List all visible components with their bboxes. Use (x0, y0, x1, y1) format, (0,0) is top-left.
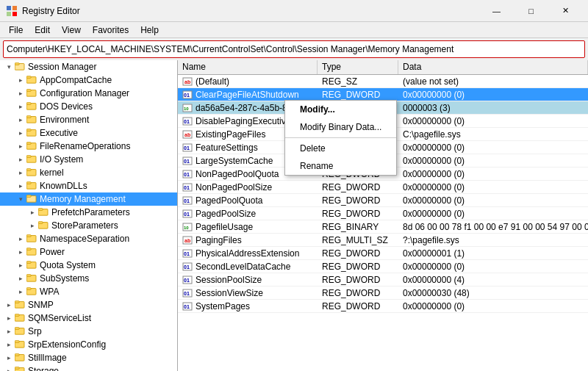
svg-rect-31 (26, 234, 31, 237)
cell-name: 01SessionPoolSize (178, 274, 318, 286)
table-row[interactable]: 01PagedPoolQuotaREG_DWORD0x00000000 (0) (178, 194, 588, 207)
tree-item-srp[interactable]: ▸Srp (0, 325, 177, 338)
tree-item-storeparameters[interactable]: ▸StoreParameters (0, 219, 177, 232)
tree-item-executive[interactable]: ▸Executive (0, 126, 177, 140)
context-menu-item-rename[interactable]: Rename (285, 157, 396, 175)
svg-rect-45 (15, 327, 19, 329)
tree-expander-icon: ▸ (3, 352, 15, 364)
folder-icon (26, 101, 37, 112)
tree-item-filerenameoperations[interactable]: ▸FileRenameOperations (0, 140, 177, 153)
table-row[interactable]: 01PhysicalAddressExtensionREG_DWORD0x000… (178, 247, 588, 260)
app-icon (6, 5, 18, 17)
svg-text:01: 01 (184, 93, 190, 98)
title-bar: Registry Editor — □ ✕ (0, 0, 588, 22)
context-menu-item-delete[interactable]: Delete (285, 140, 396, 157)
table-row[interactable]: 01SecondLevelDataCacheREG_DWORD0x0000000… (178, 260, 588, 273)
tree-item-i-o-system[interactable]: ▸I/O System (0, 153, 177, 166)
cell-name: 01PhysicalAddressExtension (178, 248, 318, 259)
cell-type: REG_MULTI_SZ (318, 234, 398, 246)
menu-file[interactable]: File (3, 24, 29, 37)
tree-item-appcompatcache[interactable]: ▸AppCompatCache (0, 73, 177, 87)
menu-favorites[interactable]: Favorites (87, 24, 135, 37)
cell-data: 0x00000000 (0) (398, 168, 588, 180)
folder-icon (38, 207, 49, 218)
tree-item-kernel[interactable]: ▸kernel (0, 166, 177, 179)
svg-rect-5 (15, 62, 19, 65)
tree-item-prefetchparameters[interactable]: ▸PrefetchParameters (0, 206, 177, 219)
tree-item-label: FileRenameOperations (40, 141, 130, 151)
table-row[interactable]: 01SystemPagesREG_DWORD0x00000000 (0) (178, 300, 588, 313)
tree-item-configuration-manager[interactable]: ▸Configuration Manager (0, 87, 177, 100)
tree-item-stillimage[interactable]: ▸StillImage (0, 351, 177, 364)
maximize-button[interactable]: □ (514, 0, 548, 22)
svg-rect-27 (38, 208, 43, 210)
folder-icon (15, 366, 25, 372)
tree-item-subsystems[interactable]: ▸SubSystems (0, 272, 177, 285)
tree-item-environment[interactable]: ▸Environment (0, 113, 177, 126)
tree-expander-icon: ▸ (3, 339, 15, 350)
context-menu: Modify...Modify Binary Data...DeleteRena… (284, 100, 397, 176)
folder-icon (26, 88, 37, 99)
cell-name: abPagingFiles (178, 234, 318, 246)
table-row[interactable]: 01NonPagedPoolSizeREG_DWORD0x00000000 (0… (178, 181, 588, 194)
tree-item-storage[interactable]: ▸Storage (0, 364, 177, 371)
tree-expander-icon: ▸ (26, 206, 38, 218)
cell-data: 0x00000000 (0) (398, 142, 588, 154)
menu-view[interactable]: View (56, 24, 87, 37)
svg-rect-29 (38, 221, 43, 223)
tree-item-srpextensionconfig[interactable]: ▸SrpExtensionConfig (0, 338, 177, 351)
cell-name: 01SessionViewSize (178, 287, 318, 299)
column-type: Type (318, 60, 398, 74)
svg-text:01: 01 (184, 159, 190, 164)
tree-item-wpa[interactable]: ▸WPA (0, 285, 177, 298)
menu-edit[interactable]: Edit (29, 24, 56, 37)
table-row[interactable]: ab(Default)REG_SZ(value not set) (178, 75, 588, 88)
svg-rect-11 (26, 102, 31, 104)
tree-item-snmp[interactable]: ▸SNMP (0, 298, 177, 311)
tree-item-session-manager[interactable]: ▾Session Manager (0, 60, 177, 73)
tree-item-label: DOS Devices (40, 101, 93, 112)
tree-item-label: Storage (28, 366, 59, 371)
tree-expander-icon: ▸ (3, 312, 15, 324)
cell-type: REG_DWORD (318, 274, 398, 286)
menu-help[interactable]: Help (135, 24, 165, 37)
tree-expander-icon: ▸ (3, 325, 15, 337)
tree-item-label: SQMServiceList (28, 313, 91, 323)
cell-data: 0x00000001 (1) (398, 248, 588, 259)
table-row[interactable]: 01SessionPoolSizeREG_DWORD0x00000000 (4) (178, 273, 588, 287)
menu-bar: File Edit View Favorites Help (0, 22, 588, 38)
tree-item-memory-management[interactable]: ▾Memory Management (0, 192, 177, 206)
svg-text:01: 01 (184, 278, 190, 283)
tree-panel[interactable]: ▾Session Manager▸AppCompatCache▸Configur… (0, 60, 178, 371)
cell-data: 8d 06 00 00 78 f1 00 00 e7 91 00 00 54 9… (398, 221, 588, 233)
context-menu-item-modify---[interactable]: Modify... (285, 101, 396, 118)
tree-expander-icon: ▸ (15, 127, 26, 139)
window-controls: — □ ✕ (480, 0, 582, 22)
tree-expander-icon: ▸ (15, 259, 26, 271)
folder-icon (26, 234, 37, 245)
tree-expander-icon: ▸ (15, 140, 26, 152)
minimize-button[interactable]: — (480, 0, 513, 22)
table-row[interactable]: 01PagedPoolSizeREG_DWORD0x00000000 (0) (178, 207, 588, 220)
cell-data: ?:\pagefile.sys (398, 234, 588, 246)
table-row[interactable]: abPagingFilesREG_MULTI_SZ?:\pagefile.sys (178, 234, 588, 247)
context-menu-item-modify-binary-data---[interactable]: Modify Binary Data... (285, 118, 396, 136)
table-row[interactable]: 10PagefileUsageREG_BINARY8d 06 00 00 78 … (178, 220, 588, 234)
cell-type: REG_DWORD (318, 261, 398, 273)
svg-text:01: 01 (184, 185, 190, 190)
folder-icon (15, 62, 25, 73)
tree-item-quota-system[interactable]: ▸Quota System (0, 259, 177, 272)
tree-expander-icon: ▸ (15, 114, 26, 126)
tree-item-knowndlls[interactable]: ▸KnownDLLs (0, 179, 177, 192)
tree-item-dos-devices[interactable]: ▸DOS Devices (0, 100, 177, 113)
cell-data: 0x00000000 (0) (398, 115, 588, 127)
svg-rect-19 (26, 155, 31, 157)
tree-item-namespaceseparation[interactable]: ▸NamespaceSeparation (0, 232, 177, 245)
table-row[interactable]: 01SessionViewSizeREG_DWORD0x00000030 (48… (178, 287, 588, 300)
tree-item-sqmservicelist[interactable]: ▸SQMServiceList (0, 311, 177, 325)
folder-icon (26, 115, 37, 126)
close-button[interactable]: ✕ (549, 0, 582, 22)
cell-data: 0x00000030 (48) (398, 287, 588, 299)
tree-item-power[interactable]: ▸Power (0, 245, 177, 259)
cell-name: 01ClearPageFileAtShutdown (178, 89, 318, 101)
